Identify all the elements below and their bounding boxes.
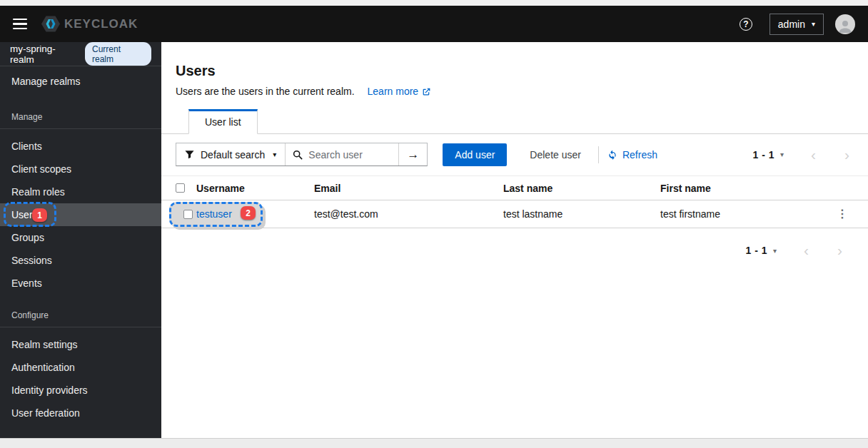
sidebar-item-identity-providers[interactable]: Identity providers (0, 379, 161, 402)
tab-user-list[interactable]: User list (188, 109, 258, 134)
column-header-email: Email (314, 183, 503, 194)
section-title-configure: Configure (0, 310, 161, 327)
pagination-range: 1 - 1 (752, 149, 774, 161)
sidebar-item-manage-realms[interactable]: Manage realms (0, 66, 161, 96)
current-realm-badge: Current realm (85, 42, 151, 66)
pagination-next-button[interactable]: › (837, 245, 842, 255)
keycloak-logo-icon (41, 16, 60, 32)
main-content: Users Users are the users in the current… (161, 42, 868, 438)
sidebar: my-spring-realm Current realm Manage rea… (0, 42, 161, 438)
sidebar-item-realm-settings[interactable]: Realm settings (0, 333, 161, 356)
learn-more-label: Learn more (368, 86, 419, 97)
chevron-down-icon: ▾ (812, 20, 815, 28)
pagination-prev-button[interactable]: ‹ (804, 245, 809, 255)
pagination-range: 1 - 1 (745, 245, 767, 256)
brand-wordmark: KEYCLOAK (64, 17, 138, 31)
search-type-label: Default search (201, 149, 265, 161)
sidebar-section-manage: Manage Clients Client scopes Realm roles… (0, 112, 161, 295)
cell-first-name: test firstname (660, 208, 828, 220)
pagination-dropdown-icon[interactable]: ▾ (780, 151, 784, 158)
table-header-row: Username Email Last name First name (161, 175, 868, 200)
realm-name: my-spring-realm (10, 44, 79, 65)
sidebar-item-users-label: Users (11, 209, 38, 220)
search-field (286, 143, 398, 166)
keycloak-logo: KEYCLOAK (41, 16, 138, 32)
select-all-checkbox[interactable] (176, 183, 185, 193)
learn-more-link[interactable]: Learn more (368, 86, 432, 97)
search-input[interactable] (308, 149, 387, 161)
row-checkbox[interactable] (183, 210, 193, 219)
sidebar-item-authentication[interactable]: Authentication (0, 356, 161, 379)
sidebar-item-user-federation[interactable]: User federation (0, 402, 161, 424)
column-header-username: Username (196, 183, 314, 194)
pagination-dropdown-icon[interactable]: ▾ (773, 247, 777, 255)
sidebar-item-users[interactable]: Users 1 (0, 203, 161, 226)
sidebar-item-events[interactable]: Events (0, 272, 161, 295)
add-user-button[interactable]: Add user (443, 143, 507, 166)
window-bottom-strip (0, 438, 868, 448)
toolbar: Default search ▾ → Add user Delete user (161, 134, 868, 166)
username-label: admin (778, 19, 805, 30)
search-icon (293, 150, 303, 160)
toolbar-divider (598, 146, 599, 163)
section-title-manage: Manage (0, 112, 161, 129)
column-header-last-name: Last name (503, 183, 660, 194)
help-icon[interactable]: ? (740, 18, 752, 31)
row-kebab-menu-icon[interactable]: ⋮ (837, 209, 848, 219)
chevron-down-icon: ▾ (273, 151, 276, 158)
refresh-label: Refresh (622, 149, 657, 161)
pagination-top: 1 - 1 ▾ ‹ › (752, 149, 849, 161)
cell-email: test@test.com (314, 208, 503, 220)
pagination-bottom: 1 - 1 ▾ ‹ › (745, 245, 842, 256)
pagination-next-button[interactable]: › (844, 150, 849, 160)
refresh-icon (607, 150, 617, 160)
page-description: Users are the users in the current realm… (176, 86, 355, 97)
tab-bar: User list (161, 109, 868, 134)
realm-selector[interactable]: my-spring-realm Current realm (0, 42, 161, 66)
pagination-prev-button[interactable]: ‹ (811, 150, 816, 160)
search-group: Default search ▾ → (176, 143, 428, 166)
refresh-button[interactable]: Refresh (607, 149, 657, 161)
sidebar-section-configure: Configure Realm settings Authentication … (0, 310, 161, 424)
sidebar-item-client-scopes[interactable]: Client scopes (0, 158, 161, 180)
search-submit-button[interactable]: → (398, 143, 427, 166)
filter-icon (185, 150, 194, 159)
delete-user-button[interactable]: Delete user (518, 143, 592, 166)
user-menu-dropdown[interactable]: admin ▾ (769, 14, 824, 35)
search-type-dropdown[interactable]: Default search ▾ (176, 143, 286, 166)
cell-last-name: test lastname (503, 208, 660, 220)
column-header-first-name: First name (660, 183, 828, 194)
sidebar-item-sessions[interactable]: Sessions (0, 249, 161, 272)
table-row: testuser 2 test@test.com test lastname t… (161, 200, 868, 228)
username-link[interactable]: testuser (196, 208, 314, 220)
sidebar-item-clients[interactable]: Clients (0, 135, 161, 158)
hamburger-menu-icon[interactable] (13, 19, 27, 30)
sidebar-item-realm-roles[interactable]: Realm roles (0, 180, 161, 203)
avatar[interactable] (835, 14, 855, 34)
window-top-strip (0, 0, 868, 6)
page-title: Users (176, 63, 851, 79)
users-table: Username Email Last name First name test… (161, 175, 868, 228)
masthead: KEYCLOAK ? admin ▾ (0, 6, 868, 42)
external-link-icon (422, 87, 431, 96)
sidebar-item-groups[interactable]: Groups (0, 226, 161, 249)
